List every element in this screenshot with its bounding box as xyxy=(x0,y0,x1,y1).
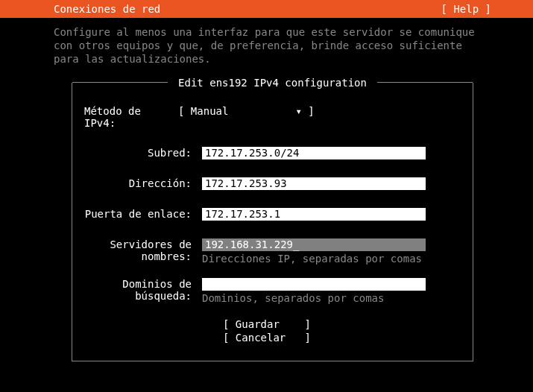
page-description: Configure al menos una interfaz para que… xyxy=(0,18,533,69)
method-label: Método de IPv4: xyxy=(83,105,178,129)
subnet-label: Subred: xyxy=(83,147,202,159)
address-row: Dirección: 172.17.253.93 xyxy=(83,177,462,190)
method-value: [ Manual xyxy=(178,105,228,117)
searchdomains-hint: Dominios, separados por comas xyxy=(202,291,462,304)
subnet-input[interactable]: 172.17.253.0/24 xyxy=(202,147,426,159)
header-bar: Conexiones de red [ Help ] xyxy=(0,0,533,18)
nameservers-hint: Direcciones IP, separadas por comas xyxy=(202,251,462,265)
page-title: Conexiones de red xyxy=(54,3,160,15)
address-input[interactable]: 172.17.253.93 xyxy=(202,177,426,190)
searchdomains-label: Dominios de búsqueda: xyxy=(83,278,202,302)
nameservers-label: Servidores de nombres: xyxy=(83,238,202,262)
address-label: Dirección: xyxy=(83,177,202,189)
searchdomains-row: Dominios de búsqueda: Dominios, separado… xyxy=(83,278,462,304)
cancel-button[interactable]: [ Cancelar ] xyxy=(223,331,462,344)
method-row: Método de IPv4: [ Manual▾ ] xyxy=(83,105,462,129)
chevron-down-icon: ▾ ] xyxy=(295,105,314,117)
gateway-label: Puerta de enlace: xyxy=(83,208,202,220)
help-button[interactable]: [ Help ] xyxy=(441,3,491,15)
dialog-title: Edit ens192 IPv4 configuration xyxy=(168,77,378,89)
method-select[interactable]: [ Manual▾ ] xyxy=(178,105,315,117)
footer-actions: [ Continuar sin red ] [ Atrás ] xyxy=(0,361,533,392)
save-button[interactable]: [ Guardar ] xyxy=(223,317,462,331)
gateway-input[interactable]: 172.17.253.1 xyxy=(202,208,426,221)
dialog-title-row: Edit ens192 IPv4 configuration xyxy=(72,77,473,89)
nameservers-input[interactable]: 192.168.31.229_ xyxy=(202,238,426,251)
subnet-row: Subred: 172.17.253.0/24 xyxy=(83,147,462,159)
ipv4-config-dialog: Edit ens192 IPv4 configuration Método de… xyxy=(72,83,473,361)
gateway-row: Puerta de enlace: 172.17.253.1 xyxy=(83,208,462,221)
searchdomains-input[interactable] xyxy=(202,278,426,291)
nameservers-row: Servidores de nombres: 192.168.31.229_ D… xyxy=(83,238,462,265)
